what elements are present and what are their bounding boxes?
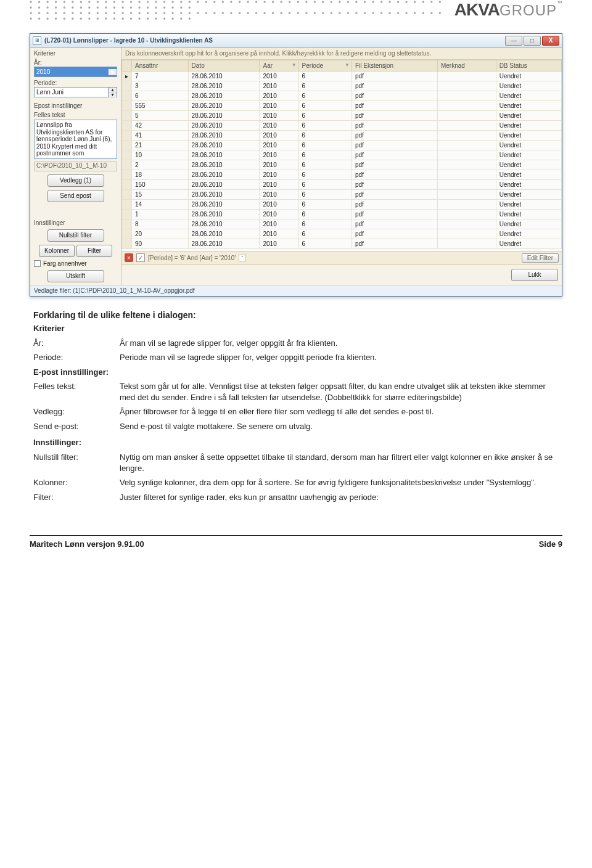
common-text-field[interactable]: Lønnslipp fra Utviklingsklienten AS for … xyxy=(34,120,117,159)
cell-ext: pdf xyxy=(352,150,437,160)
row-indicator xyxy=(122,141,132,150)
cell-status: Uendret xyxy=(496,131,561,141)
cell-periode: 6 xyxy=(298,111,352,121)
table-row[interactable]: 1828.06.201020106pdfUendret xyxy=(122,170,562,180)
cell-aar: 2010 xyxy=(260,121,298,131)
titlebar[interactable]: ⊞ (L720-01) Lønnslipper - lagrede 10 - U… xyxy=(30,34,562,47)
filter-expression: [Periode] = '6' And [Aar] = '2010' xyxy=(148,255,236,261)
table-row[interactable]: 828.06.201020106pdfUendret xyxy=(122,219,562,229)
def-period-label: Periode: xyxy=(33,351,120,366)
grid-area: Dra kolonneoverskrift opp hit for å orga… xyxy=(121,47,562,285)
row-indicator xyxy=(122,190,132,200)
table-row[interactable]: 2028.06.201020106pdfUendret xyxy=(122,229,562,239)
row-header-blank xyxy=(122,60,132,72)
reset-filter-button[interactable]: Nullstill filter xyxy=(47,229,104,242)
table-row[interactable]: 228.06.201020106pdfUendret xyxy=(122,160,562,170)
table-row[interactable]: 1428.06.201020106pdfUendret xyxy=(122,200,562,210)
def-year-text: År man vil se lagrede slipper for, velge… xyxy=(120,337,566,351)
table-row[interactable]: 328.06.201020106pdfUendret xyxy=(122,81,562,91)
cell-dato: 28.06.2010 xyxy=(188,190,260,200)
cell-status: Uendret xyxy=(496,239,561,249)
row-indicator: ▸ xyxy=(122,72,132,81)
year-value: 2010 xyxy=(35,68,108,75)
filter-indicator-icon: ▼ xyxy=(292,62,297,68)
table-row[interactable]: 128.06.201020106pdfUendret xyxy=(122,210,562,219)
table-row[interactable]: 55528.06.201020106pdfUendret xyxy=(122,101,562,111)
cell-merk xyxy=(437,210,496,219)
cell-periode: 6 xyxy=(298,170,352,180)
minimize-button[interactable]: — xyxy=(505,36,522,46)
column-header[interactable]: Merknad xyxy=(437,60,496,72)
def-filter-label: Filter: xyxy=(33,491,120,506)
sidebar: Kriterier År: 2010 ▾ Periode: Lønn Juni … xyxy=(30,47,121,285)
def-email-label: E-post innstillinger: xyxy=(33,366,120,380)
year-dropdown[interactable]: 2010 ▾ xyxy=(34,67,117,77)
close-dialog-button[interactable]: Lukk xyxy=(511,269,558,281)
app-icon: ⊞ xyxy=(33,36,41,45)
table-row[interactable]: 628.06.201020106pdfUendret xyxy=(122,91,562,101)
table-row[interactable]: 4128.06.201020106pdfUendret xyxy=(122,131,562,141)
table-row[interactable]: 9028.06.201020106pdfUendret xyxy=(122,239,562,249)
print-button[interactable]: Utskrift xyxy=(47,270,104,282)
def-commontext-label: Felles tekst: xyxy=(33,380,120,405)
year-label: År: xyxy=(34,59,117,66)
column-header[interactable]: Ansattnr xyxy=(132,60,189,72)
cell-periode: 6 xyxy=(298,229,352,239)
cell-merk xyxy=(437,229,496,239)
cell-aar: 2010 xyxy=(260,101,298,111)
payslip-grid[interactable]: AnsattnrDatoAar▼Periode▼Fil EkstensjonMe… xyxy=(121,60,562,249)
column-header[interactable]: Aar▼ xyxy=(260,60,298,72)
cell-aar: 2010 xyxy=(260,170,298,180)
checkbox-icon xyxy=(34,260,41,267)
table-row[interactable]: 1028.06.201020106pdfUendret xyxy=(122,150,562,160)
table-row[interactable]: 2128.06.201020106pdfUendret xyxy=(122,141,562,150)
def-columns-label: Kolonner: xyxy=(33,476,120,491)
period-label: Periode: xyxy=(34,80,117,86)
period-spinner[interactable]: Lønn Juni ▲▼ xyxy=(34,87,117,97)
cell-dato: 28.06.2010 xyxy=(188,160,260,170)
cell-ext: pdf xyxy=(352,160,437,170)
column-header[interactable]: Dato xyxy=(188,60,260,72)
column-header[interactable]: Periode▼ xyxy=(298,60,352,72)
attachments-button[interactable]: Vedlegg (1) xyxy=(47,174,104,187)
close-button[interactable]: X xyxy=(542,36,559,46)
table-row[interactable]: 528.06.201020106pdfUendret xyxy=(122,111,562,121)
row-indicator xyxy=(122,200,132,210)
row-indicator xyxy=(122,180,132,190)
group-hint[interactable]: Dra kolonneoverskrift opp hit for å orga… xyxy=(121,47,562,60)
filter-button[interactable]: Filter xyxy=(76,245,112,257)
cell-ext: pdf xyxy=(352,190,437,200)
filter-enabled-checkbox[interactable]: ✓ xyxy=(136,253,145,262)
row-indicator xyxy=(122,170,132,180)
definitions-table: År: År man vil se lagrede slipper for, v… xyxy=(33,337,566,435)
maximize-button[interactable]: □ xyxy=(524,36,541,46)
filter-dropdown-icon[interactable]: ˅ xyxy=(239,255,246,261)
def-send-label: Send e-post: xyxy=(33,420,120,435)
cell-status: Uendret xyxy=(496,210,561,219)
edit-filter-button[interactable]: Edit Filter xyxy=(522,253,559,263)
cell-merk xyxy=(437,200,496,210)
cell-dato: 28.06.2010 xyxy=(188,111,260,121)
table-row[interactable]: 1528.06.201020106pdfUendret xyxy=(122,190,562,200)
columns-button[interactable]: Kolonner xyxy=(39,245,75,257)
cell-periode: 6 xyxy=(298,121,352,131)
cell-status: Uendret xyxy=(496,111,561,121)
cell-status: Uendret xyxy=(496,91,561,101)
cell-periode: 6 xyxy=(298,150,352,160)
cell-dato: 28.06.2010 xyxy=(188,121,260,131)
path-field[interactable]: C:\PDF\2010_10_1_M-10 xyxy=(34,162,117,171)
cell-merk xyxy=(437,131,496,141)
column-header[interactable]: Fil Ekstensjon xyxy=(352,60,437,72)
column-header[interactable]: DB Status xyxy=(496,60,561,72)
cell-ext: pdf xyxy=(352,111,437,121)
cell-dato: 28.06.2010 xyxy=(188,210,260,219)
table-row[interactable]: 15028.06.201020106pdfUendret xyxy=(122,180,562,190)
cell-aar: 2010 xyxy=(260,150,298,160)
cell-periode: 6 xyxy=(298,160,352,170)
clear-filter-icon[interactable]: × xyxy=(125,253,133,262)
table-row[interactable]: 4228.06.201020106pdfUendret xyxy=(122,121,562,131)
table-row[interactable]: ▸728.06.201020106pdfUendret xyxy=(122,72,562,81)
send-email-button[interactable]: Send epost xyxy=(47,190,104,202)
alternate-rows-checkbox[interactable]: Farg annenhver xyxy=(34,260,117,267)
cell-aar: 2010 xyxy=(260,219,298,229)
